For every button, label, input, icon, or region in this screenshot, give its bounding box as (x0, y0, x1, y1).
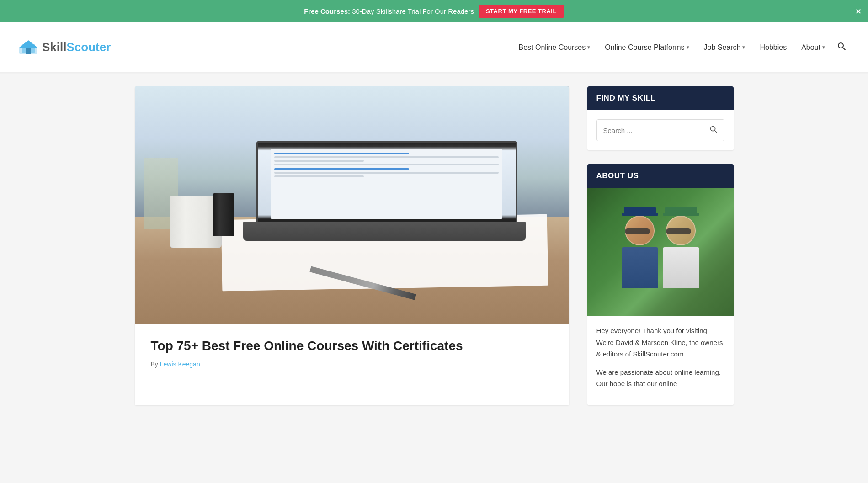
article-meta: By Lewis Keegan (151, 361, 553, 368)
author-prefix: By (151, 361, 158, 368)
chevron-down-icon: ▾ (822, 44, 825, 50)
sunglasses-2 (666, 228, 691, 234)
banner-close-button[interactable]: ✕ (855, 7, 861, 16)
screen-line (274, 168, 409, 170)
logo-icon (18, 39, 38, 56)
find-skill-widget: FIND MY SKILL (587, 86, 734, 150)
laptop-base (243, 222, 526, 241)
nav-item-job-search[interactable]: Job Search ▾ (698, 40, 752, 55)
person-2-body (663, 247, 699, 288)
banner-text: Free Courses: 30-Day Skillshare Trial Fo… (304, 7, 474, 15)
nav-item-best-online-courses[interactable]: Best Online Courses ▾ (512, 40, 597, 55)
nav-label-online-course-platforms: Online Course Platforms (605, 43, 684, 52)
site-logo[interactable]: SkillScouter (18, 39, 111, 56)
person-1-body (622, 247, 658, 288)
top-banner: Free Courses: 30-Day Skillshare Trial Fo… (0, 0, 868, 22)
nav-item-online-course-platforms[interactable]: Online Course Platforms ▾ (598, 40, 695, 55)
nav-label-job-search: Job Search (704, 43, 741, 52)
about-us-text-1: Hey everyone! Thank you for visiting. We… (596, 325, 724, 360)
about-us-text-body: Hey everyone! Thank you for visiting. We… (587, 316, 734, 405)
screen-line (274, 164, 499, 165)
about-us-widget: ABOUT US (587, 164, 734, 405)
laptop-screen-content (271, 149, 503, 219)
nav-label-about: About (801, 43, 820, 52)
bottle (213, 193, 235, 236)
article-image-container (135, 86, 569, 324)
site-header: SkillScouter Best Online Courses ▾ Onlin… (0, 22, 868, 73)
svg-line-7 (714, 131, 717, 133)
article-section: Top 75+ Best Free Online Courses With Ce… (135, 86, 569, 405)
screen-line (274, 172, 499, 174)
find-skill-body (587, 110, 734, 150)
svg-rect-3 (26, 48, 31, 54)
main-nav: Best Online Courses ▾ Online Course Plat… (512, 38, 850, 57)
about-us-image (587, 188, 734, 316)
start-trial-button[interactable]: START MY FREE TRAIL (479, 5, 564, 18)
find-skill-heading: FIND MY SKILL (587, 86, 734, 110)
person-2 (663, 207, 699, 288)
chevron-down-icon: ▾ (587, 44, 590, 50)
hat-2 (665, 207, 697, 215)
banner-description: 30-Day Skillshare Trial For Our Readers (352, 7, 474, 15)
person-1 (622, 207, 658, 288)
search-icon (709, 125, 718, 133)
svg-marker-2 (19, 40, 37, 48)
svg-line-5 (843, 48, 845, 50)
hat-1 (624, 207, 656, 215)
search-icon[interactable] (833, 38, 850, 57)
search-button[interactable] (703, 120, 724, 141)
people-container (622, 207, 699, 297)
logo-scouter: Scouter (66, 40, 111, 54)
scene-overlay (135, 86, 569, 324)
about-us-photo (587, 188, 734, 316)
logo-text: SkillScouter (42, 40, 111, 54)
screen-line (274, 160, 364, 162)
chevron-down-icon: ▾ (687, 44, 689, 50)
search-input[interactable] (597, 121, 703, 140)
logo-skill: Skill (42, 40, 66, 54)
author-link[interactable]: Lewis Keegan (160, 361, 200, 368)
nav-label-best-online-courses: Best Online Courses (519, 43, 586, 52)
free-courses-label: Free Courses: (304, 7, 350, 15)
nav-item-hobbies[interactable]: Hobbies (753, 40, 793, 55)
search-box (596, 119, 724, 141)
screen-line (274, 175, 364, 177)
about-us-heading: ABOUT US (587, 164, 734, 188)
article-body: Top 75+ Best Free Online Courses With Ce… (135, 324, 569, 386)
sidebar: FIND MY SKILL ABOUT US (587, 86, 734, 405)
nav-item-about[interactable]: About ▾ (795, 40, 831, 55)
screen-lines (271, 149, 503, 183)
article-title: Top 75+ Best Free Online Courses With Ce… (151, 338, 553, 354)
about-us-text-2: We are passionate about online learning.… (596, 366, 724, 390)
screen-line (274, 153, 409, 154)
laptop-screen (256, 141, 517, 224)
article-hero-image (135, 86, 569, 324)
screen-line (274, 156, 499, 158)
nav-label-hobbies: Hobbies (760, 43, 787, 52)
main-container: Top 75+ Best Free Online Courses With Ce… (126, 73, 743, 419)
chevron-down-icon: ▾ (742, 44, 745, 50)
sunglasses-1 (625, 228, 650, 234)
